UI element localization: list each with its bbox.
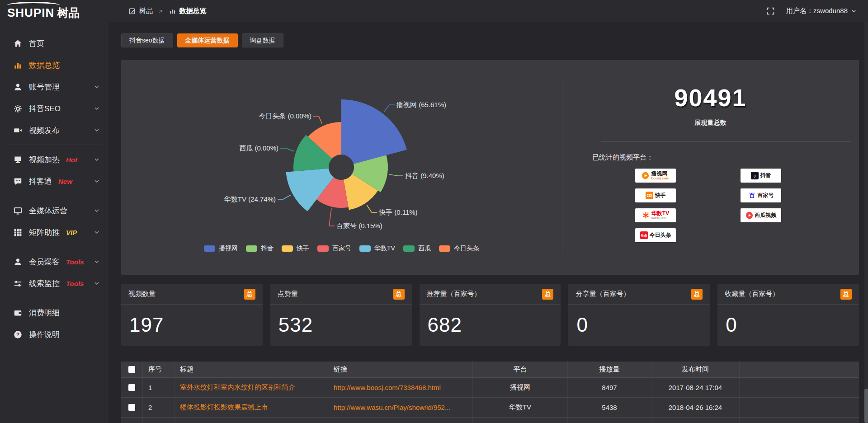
stat-card: 收藏量（百家号） 总 0 bbox=[717, 284, 859, 346]
sidebar-item[interactable]: 首页 bbox=[0, 33, 108, 53]
legend-label: 百家号 bbox=[332, 244, 351, 253]
user-menu[interactable]: 用户名：zswodun88 bbox=[786, 7, 856, 15]
sidebar-item-badge: New bbox=[58, 178, 72, 185]
sidebar-divider bbox=[6, 196, 102, 196]
cell-title[interactable]: 楼体投影灯投影效果震撼上市 bbox=[175, 398, 328, 417]
pie-label-line bbox=[367, 205, 377, 212]
cell-link[interactable]: http://www.wasu.cn/Play/show/id/952... bbox=[334, 404, 450, 411]
pie-label-line bbox=[278, 195, 291, 199]
sidebar-item[interactable]: 账号管理 bbox=[0, 77, 108, 97]
legend-color-chip bbox=[359, 245, 371, 252]
sidebar-item[interactable]: 线索监控 Tools bbox=[0, 273, 108, 293]
fullscreen-icon[interactable] bbox=[767, 7, 774, 15]
sidebar-item[interactable]: 抖音SEO bbox=[0, 99, 108, 118]
sidebar: 首页 数据总览 账号管理 抖音SEO 视频发布 视频加热 Hot 抖客通 New… bbox=[0, 22, 108, 423]
stat-card-value: 0 bbox=[717, 305, 859, 336]
sidebar-item[interactable]: ? 操作说明 bbox=[0, 324, 108, 344]
platform-badge-name: 西瓜视频 bbox=[755, 212, 777, 218]
sidebar-item-label: 数据总览 bbox=[29, 60, 60, 70]
legend-label: 快手 bbox=[297, 244, 309, 253]
select-all-checkbox[interactable] bbox=[128, 366, 135, 373]
pie-slice-label: 西瓜 (0.00%) bbox=[239, 144, 278, 152]
stat-card-title: 点赞量 bbox=[278, 290, 298, 298]
legend-label: 播视网 bbox=[219, 244, 238, 253]
stat-card-value: 532 bbox=[270, 305, 412, 336]
breadcrumb-root[interactable]: 树品 bbox=[139, 7, 153, 15]
legend-item[interactable]: 抖音 bbox=[246, 244, 274, 253]
platform-badge: 西瓜视频 bbox=[741, 208, 781, 222]
stat-card-value: 0 bbox=[568, 305, 710, 336]
table-row-partial bbox=[121, 418, 859, 423]
legend-label: 华数TV bbox=[374, 244, 395, 253]
sidebar-item[interactable]: 抖客通 New bbox=[0, 171, 108, 191]
stat-card: 视频数量 总 197 bbox=[121, 284, 263, 346]
wallet-icon bbox=[14, 309, 22, 317]
sidebar-item[interactable]: 视频发布 bbox=[0, 120, 108, 140]
sidebar-item-label: 抖音SEO bbox=[29, 103, 61, 114]
monitor-icon bbox=[14, 207, 22, 215]
legend-color-chip bbox=[439, 245, 450, 252]
data-table: 序号 标题 链接 平台 播放量 发布时间 1 室外水纹灯和室内水纹灯的区别和简介… bbox=[121, 362, 859, 423]
total-badge: 总 bbox=[691, 289, 703, 300]
pie-label-line bbox=[384, 105, 395, 112]
sidebar-item[interactable]: 消费明细 bbox=[0, 303, 108, 323]
sidebar-divider bbox=[6, 298, 102, 298]
tab[interactable]: 询盘数据 bbox=[242, 33, 283, 47]
chevron-down-icon bbox=[94, 84, 99, 89]
legend-item[interactable]: 播视网 bbox=[204, 244, 238, 253]
sidebar-item[interactable]: 会员爆客 Tools bbox=[0, 252, 108, 272]
sidebar-item[interactable]: 矩阵助推 VIP bbox=[0, 222, 108, 242]
legend-color-chip bbox=[282, 245, 293, 252]
bar-chart-icon bbox=[169, 8, 176, 14]
scrollbar-thumb[interactable] bbox=[864, 389, 868, 423]
stat-card: 分享量（百家号） 总 0 bbox=[568, 284, 710, 346]
chevron-down-icon bbox=[94, 281, 99, 286]
stat-card-title: 分享量（百家号） bbox=[576, 290, 630, 298]
platform-badge-name: 抖音 bbox=[760, 173, 771, 179]
platform-badge: 华数TV wasu.cn bbox=[635, 208, 676, 222]
table-row: 2 楼体投影灯投影效果震撼上市 http://www.wasu.cn/Play/… bbox=[121, 398, 859, 418]
legend-item[interactable]: 百家号 bbox=[317, 244, 351, 253]
stat-card-title: 推荐量（百家号） bbox=[427, 290, 481, 298]
sidebar-item-label: 全媒体运营 bbox=[29, 206, 67, 216]
sidebar-item[interactable]: 视频加热 Hot bbox=[0, 150, 108, 169]
legend-label: 今日头条 bbox=[454, 244, 479, 253]
tab[interactable]: 全媒体运营数据 bbox=[177, 33, 238, 47]
legend-item[interactable]: 华数TV bbox=[359, 244, 395, 253]
pie-slice[interactable] bbox=[341, 99, 407, 164]
pie-slice-label: 今日头条 (0.00%) bbox=[259, 112, 311, 120]
row-checkbox[interactable] bbox=[128, 384, 135, 391]
sidebar-item-label: 操作说明 bbox=[29, 329, 60, 340]
platform-badge-subtitle: wasu.cn bbox=[651, 216, 669, 220]
total-badge: 总 bbox=[244, 289, 255, 300]
rose-pie-chart: 播视网 (65.61%)抖音 (9.40%)快手 (0.11%)百家号 (0.1… bbox=[121, 60, 562, 243]
username-label: 用户名：zswodun88 bbox=[786, 7, 848, 15]
column-header: 平台 bbox=[473, 362, 568, 377]
platform-badge-name: 播视网 bbox=[651, 171, 669, 177]
chevron-down-icon bbox=[94, 259, 99, 264]
tab[interactable]: 抖音seo数据 bbox=[121, 33, 173, 47]
row-checkbox[interactable] bbox=[128, 404, 135, 411]
summary-divider bbox=[601, 141, 851, 142]
total-impressions-value: 90491 bbox=[562, 84, 859, 112]
sidebar-item-badge: Hot bbox=[66, 156, 77, 164]
stat-card: 点赞量 总 532 bbox=[270, 284, 412, 346]
pie-slice-label: 快手 (0.11%) bbox=[378, 208, 418, 216]
sidebar-item[interactable]: 数据总览 bbox=[0, 55, 108, 75]
question-circle-icon: ? bbox=[14, 330, 22, 339]
sidebar-item-badge: VIP bbox=[66, 229, 77, 236]
legend-item[interactable]: 西瓜 bbox=[403, 244, 431, 253]
sidebar-item[interactable]: 全媒体运营 bbox=[0, 201, 108, 221]
platform-badge-column-2: ♪ 抖音 百 百家号 西瓜视频 bbox=[741, 169, 868, 228]
total-badge: 总 bbox=[393, 289, 405, 300]
sidebar-item-label: 首页 bbox=[29, 38, 44, 49]
cell-index: 2 bbox=[143, 398, 175, 417]
legend-item[interactable]: 快手 bbox=[282, 244, 309, 253]
chevron-down-icon bbox=[94, 179, 99, 184]
legend-label: 西瓜 bbox=[418, 244, 431, 253]
cell-link[interactable]: http://www.boosj.com/7338468.html bbox=[334, 384, 441, 391]
tab-bar: 抖音seo数据全媒体运营数据询盘数据 bbox=[121, 33, 283, 47]
legend-item[interactable]: 今日头条 bbox=[439, 244, 479, 253]
cell-title[interactable]: 室外水纹灯和室内水纹灯的区别和简介 bbox=[175, 378, 328, 397]
pie-slice-label: 抖音 (9.40%) bbox=[405, 172, 444, 179]
